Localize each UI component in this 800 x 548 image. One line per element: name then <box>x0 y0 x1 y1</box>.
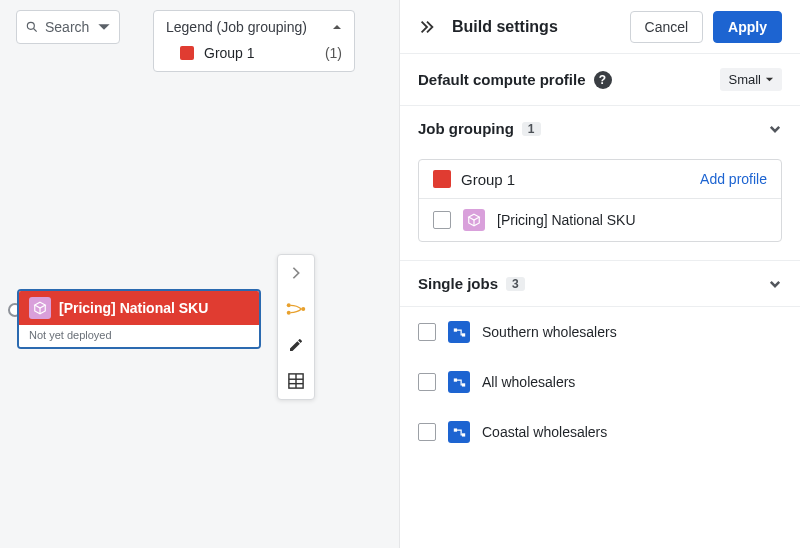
single-jobs-list: Southern wholesalers All wholesalers Coa… <box>400 306 800 457</box>
compute-profile-select[interactable]: Small <box>720 68 782 91</box>
workflow-icon <box>448 421 470 443</box>
job-checkbox[interactable] <box>418 373 436 391</box>
job-label: Southern wholesalers <box>482 324 617 340</box>
node-title: [Pricing] National SKU <box>59 300 208 316</box>
connections-button[interactable] <box>278 291 314 327</box>
job-label: Coastal wholesalers <box>482 424 607 440</box>
legend-panel: Legend (Job grouping) Group 1 (1) <box>153 10 355 72</box>
svg-line-1 <box>34 29 37 32</box>
group-item-label: [Pricing] National SKU <box>497 212 636 228</box>
panel-title: Build settings <box>452 18 620 36</box>
compute-profile-label: Default compute profile <box>418 71 586 88</box>
list-item: All wholesalers <box>418 357 782 407</box>
job-checkbox[interactable] <box>418 323 436 341</box>
legend-title: Legend (Job grouping) <box>166 19 307 35</box>
canvas-area: Search Legend (Job grouping) Group 1 (1)… <box>0 0 400 548</box>
legend-group-label: Group 1 <box>204 45 255 61</box>
svg-rect-14 <box>461 433 464 436</box>
help-icon[interactable]: ? <box>594 71 612 89</box>
svg-point-3 <box>287 311 291 315</box>
pencil-icon <box>288 337 304 353</box>
job-group-card: Group 1 Add profile [Pricing] National S… <box>418 159 782 242</box>
table-view-button[interactable] <box>278 363 314 399</box>
edit-button[interactable] <box>278 327 314 363</box>
group-item-checkbox[interactable] <box>433 211 451 229</box>
svg-point-0 <box>27 22 34 29</box>
collapse-panel-icon[interactable] <box>418 18 436 36</box>
section-job-grouping-header[interactable]: Job grouping 1 <box>400 106 800 145</box>
cube-icon <box>29 297 51 319</box>
job-label: All wholesalers <box>482 374 575 390</box>
panel-header: Build settings Cancel Apply <box>400 0 800 54</box>
build-settings-panel: Build settings Cancel Apply Default comp… <box>400 0 800 548</box>
section-compute-profile: Default compute profile ? Small <box>400 54 800 106</box>
apply-button[interactable]: Apply <box>713 11 782 43</box>
caret-down-icon <box>97 20 111 34</box>
list-item: Southern wholesalers <box>418 307 782 357</box>
caret-up-icon[interactable] <box>332 22 342 32</box>
search-icon <box>25 20 39 34</box>
workflow-icon <box>448 321 470 343</box>
workflow-icon <box>448 371 470 393</box>
legend-group-count: (1) <box>325 45 342 61</box>
group-name: Group 1 <box>461 171 515 188</box>
cube-icon <box>463 209 485 231</box>
group-swatch <box>433 170 451 188</box>
svg-rect-9 <box>453 328 456 331</box>
chevron-down-icon <box>768 277 782 291</box>
job-grouping-label: Job grouping <box>418 120 514 137</box>
single-jobs-count-badge: 3 <box>506 277 525 291</box>
add-profile-link[interactable]: Add profile <box>700 171 767 187</box>
svg-rect-12 <box>461 383 464 386</box>
node-pricing-national-sku[interactable]: [Pricing] National SKU Not yet deployed <box>17 289 261 349</box>
svg-point-4 <box>301 307 305 311</box>
job-grouping-count-badge: 1 <box>522 122 541 136</box>
group-item-row: [Pricing] National SKU <box>419 199 781 241</box>
chevron-right-icon <box>289 266 303 280</box>
svg-point-2 <box>287 303 291 307</box>
svg-rect-13 <box>453 428 456 431</box>
search-label: Search <box>45 19 89 35</box>
legend-swatch-group1 <box>180 46 194 60</box>
cancel-button[interactable]: Cancel <box>630 11 704 43</box>
svg-rect-11 <box>453 378 456 381</box>
node-status: Not yet deployed <box>19 325 259 347</box>
search-dropdown[interactable]: Search <box>16 10 120 44</box>
list-item: Coastal wholesalers <box>418 407 782 457</box>
job-checkbox[interactable] <box>418 423 436 441</box>
node-toolbar <box>277 254 315 400</box>
table-icon <box>288 373 304 389</box>
caret-down-icon <box>765 75 774 84</box>
compute-profile-value: Small <box>728 72 761 87</box>
svg-rect-10 <box>461 333 464 336</box>
single-jobs-label: Single jobs <box>418 275 498 292</box>
section-single-jobs-header[interactable]: Single jobs 3 <box>400 260 800 306</box>
chevron-down-icon <box>768 122 782 136</box>
expand-button[interactable] <box>278 255 314 291</box>
connections-icon <box>286 302 306 316</box>
